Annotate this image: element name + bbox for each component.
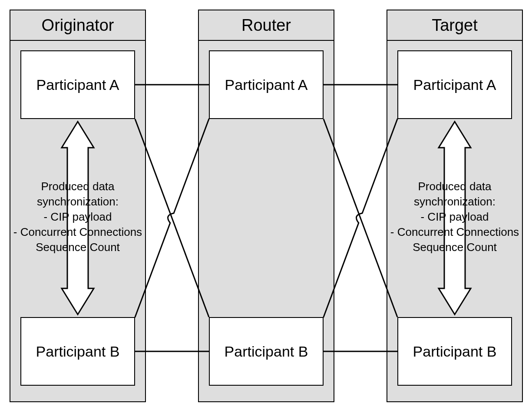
- sync-line-4: - Concurrent Connections: [13, 225, 142, 238]
- participant-b-label: Participant B: [225, 343, 308, 360]
- participant-b-label: Participant B: [36, 343, 120, 360]
- participant-a-label: Participant A: [413, 76, 496, 93]
- participant-a-label: Participant A: [36, 76, 119, 93]
- column-target-title: Target: [432, 16, 478, 35]
- participant-a-target: Participant A: [397, 50, 512, 119]
- participant-a-router: Participant A: [209, 50, 324, 119]
- participant-b-originator: Participant B: [20, 317, 135, 386]
- participant-b-label: Participant B: [413, 343, 497, 360]
- column-router-title: Router: [241, 16, 291, 35]
- participant-b-target: Participant B: [397, 317, 512, 386]
- sync-line-3: - CIP payload: [420, 210, 489, 223]
- sync-line-2: synchronization:: [414, 195, 496, 208]
- participant-b-router: Participant B: [209, 317, 324, 386]
- sync-line-4: - Concurrent Connections: [390, 225, 519, 238]
- sync-line-1: Produced data: [41, 180, 114, 193]
- participant-a-originator: Participant A: [20, 50, 135, 119]
- sync-line-2: synchronization:: [37, 195, 119, 208]
- sync-text-originator: Produced data synchronization: - CIP pay…: [0, 179, 156, 255]
- column-router-header: Router: [198, 10, 334, 41]
- sync-line-1: Produced data: [418, 180, 491, 193]
- column-target-header: Target: [387, 10, 523, 41]
- column-originator-title: Originator: [42, 16, 114, 35]
- participant-a-label: Participant A: [225, 76, 308, 93]
- sync-line-5: Sequence Count: [413, 241, 497, 254]
- sync-line-3: - CIP payload: [43, 210, 112, 223]
- sync-line-5: Sequence Count: [36, 241, 120, 254]
- column-originator-header: Originator: [10, 10, 146, 41]
- sync-text-target: Produced data synchronization: - CIP pay…: [377, 179, 532, 255]
- diagram-stage: Originator Router Target Participant A P…: [0, 0, 532, 420]
